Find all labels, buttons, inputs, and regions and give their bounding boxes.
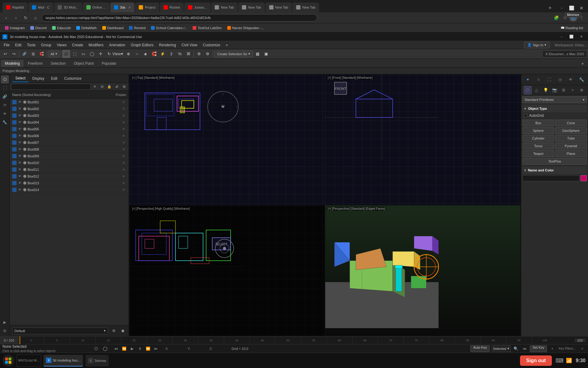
go-start-button[interactable]: ⏮ <box>113 345 119 352</box>
object-item-box014[interactable]: 👁Box014❄ <box>10 186 129 193</box>
filter-dropdown[interactable]: All ▾ <box>48 51 59 57</box>
filter-btn[interactable]: ⊟ <box>99 83 105 90</box>
create-panel-btn[interactable]: ⬡ <box>1 75 9 83</box>
bookmark-8[interactable]: Naruto Shippuden -... <box>225 25 267 31</box>
play-btn[interactable]: ▶ <box>1 318 9 326</box>
scene-tab-edit[interactable]: Edit <box>48 75 61 82</box>
bookmark-6[interactable]: School Calendars /... <box>149 25 190 31</box>
menu-modifiers[interactable]: Modifiers <box>86 42 106 48</box>
tab-newtab3[interactable]: New Tab <box>266 2 292 12</box>
snap-toggle[interactable]: 🧲 <box>150 50 158 58</box>
status-icon-1[interactable]: ⬡ <box>92 345 100 353</box>
spinner-snap[interactable]: ⌘ <box>184 50 192 58</box>
scale-tool[interactable]: ⊕ <box>124 50 132 58</box>
select-region-tool[interactable]: ⬚ <box>71 50 79 58</box>
scene-explorer-btn[interactable]: ▣ <box>262 50 270 58</box>
object-item-box008[interactable]: 👁Box008❄ <box>10 146 129 153</box>
obj-vis-2[interactable]: 👁 <box>18 113 22 118</box>
align-tool[interactable]: ◈ <box>141 50 149 58</box>
obj-vis-3[interactable]: 👁 <box>18 120 22 125</box>
hierarchy-icon[interactable]: ⛶ <box>545 75 554 84</box>
obj-type-btn-box[interactable]: Box <box>522 120 554 126</box>
viewport-persp-right[interactable]: [+] [Perspective] [Standard] [Edged Face… <box>325 205 521 336</box>
obj-type-btn-tube[interactable]: Tube <box>555 135 587 142</box>
object-list[interactable]: 👁Box001❄👁Box002❄👁Box003❄👁Box004❄👁Box005❄… <box>10 99 129 325</box>
obj-type-btn-cone[interactable]: Cone <box>555 120 587 126</box>
display-icon[interactable]: 👁 <box>567 75 575 84</box>
animation-timeline[interactable]: 0510152025303540455055606570758085909510… <box>18 336 557 344</box>
sign-out-button[interactable]: Sign out <box>520 355 552 366</box>
create-selection-button[interactable]: Create Selection Se ▾ <box>214 51 253 57</box>
object-item-box012[interactable]: 👁Box012❄ <box>10 173 129 180</box>
mode-tab-object-paint[interactable]: Object Paint <box>70 60 97 67</box>
bookmark-0[interactable]: Instagram <box>2 25 27 31</box>
back-button[interactable]: ‹ <box>2 14 10 21</box>
more-key-btn[interactable]: ⌗ <box>579 345 586 352</box>
name-color-section[interactable]: ▼ Name and Color <box>522 167 587 174</box>
motion-panel-btn[interactable]: ⟳ <box>1 101 9 109</box>
primitive-type-dropdown[interactable]: Standard Primitives ▾ <box>522 96 587 103</box>
hierarchy-panel-btn[interactable]: 🔗 <box>1 93 9 101</box>
obj-type-btn-pyramid[interactable]: Pyramid <box>555 143 587 149</box>
key-filters-btn[interactable]: Key Filters... <box>557 345 577 352</box>
scene-tab-customize[interactable]: Customize <box>61 75 85 82</box>
helpers-icon[interactable]: ⊞ <box>560 86 567 94</box>
object-item-box004[interactable]: 👁Box004❄ <box>10 119 129 126</box>
lock-btn[interactable]: 🔒 <box>106 83 113 90</box>
name-input[interactable] <box>522 175 579 181</box>
status-icon-2[interactable]: ◯ <box>101 345 109 353</box>
layer-settings-btn[interactable]: ⊞ <box>110 328 117 334</box>
obj-vis-6[interactable]: 👁 <box>18 140 22 145</box>
tab-close-3ds[interactable]: ✕ <box>128 6 131 9</box>
menu-views[interactable]: Views <box>54 42 69 48</box>
layer-selector[interactable]: Default ▾ <box>12 328 108 334</box>
obj-type-btn-geosphere[interactable]: GeoSphere <box>555 127 587 134</box>
tab-rocket[interactable]: Rocket <box>160 2 184 12</box>
search-keys-btn[interactable]: 🔍 <box>513 345 519 352</box>
obj-vis-10[interactable]: 👁 <box>18 167 22 172</box>
minimize-button[interactable]: − Minimize <box>557 4 566 12</box>
menu-customize[interactable]: Customize <box>201 42 223 48</box>
utilities-icon[interactable]: 🔧 <box>577 75 586 84</box>
motion-icon[interactable]: ◷ <box>556 75 564 84</box>
mode-tab-populate[interactable]: Populate <box>98 60 120 67</box>
object-item-box001[interactable]: 👁Box001❄ <box>10 99 129 105</box>
sync-btn[interactable]: ⇄ <box>113 83 120 90</box>
bookmark-1[interactable]: Discord <box>28 25 49 31</box>
rotate-tool[interactable]: ↻ <box>105 50 113 58</box>
3dsmax-taskbar-item-2[interactable]: 3 3dsmax <box>85 355 109 366</box>
unlink-button[interactable]: ⛓ <box>29 50 37 58</box>
object-item-box011[interactable]: 👁Box011❄ <box>10 166 129 173</box>
select-tool[interactable]: ⬛ <box>62 50 70 58</box>
prev-key-btn[interactable]: ⏮ <box>521 345 528 352</box>
object-item-box007[interactable]: 👁Box007❄ <box>10 139 129 146</box>
url-input[interactable] <box>42 14 317 21</box>
scene-tab-select[interactable]: Select <box>12 75 28 82</box>
systems-icon[interactable]: ⊗ <box>578 86 586 94</box>
obj-vis-5[interactable]: 👁 <box>18 134 22 138</box>
spacewarps-icon[interactable]: ≈ <box>569 86 576 94</box>
maxscript-mini[interactable]: MAXScript Mi... <box>17 355 41 367</box>
menu-animation[interactable]: Animation <box>107 42 128 48</box>
gear-btn[interactable]: ⚙ <box>1 327 9 335</box>
app-close-button[interactable]: ✕ <box>577 34 586 40</box>
obj-vis-11[interactable]: 👁 <box>18 174 22 178</box>
tab-rapidid[interactable]: RapidId <box>2 2 28 12</box>
mirror-tool[interactable]: ↔ <box>133 50 141 58</box>
object-item-box010[interactable]: 👁Box010❄ <box>10 159 129 166</box>
menu-create[interactable]: Create <box>70 42 85 48</box>
object-item-box013[interactable]: 👁Box013❄ <box>10 180 129 186</box>
color-swatch[interactable] <box>581 175 587 181</box>
play-button[interactable]: ▶ <box>129 345 135 352</box>
obj-vis-1[interactable]: 👁 <box>18 107 22 111</box>
menu-edit[interactable]: Edit <box>13 42 24 48</box>
clear-search-btn[interactable]: ✕ <box>91 83 98 90</box>
app-minimize-button[interactable]: − <box>557 34 566 40</box>
selected-dropdown[interactable]: Selected ▾ <box>492 345 511 352</box>
stop-button[interactable]: ⏸ <box>137 345 143 352</box>
shapes-icon[interactable]: △ <box>533 86 541 94</box>
mode-tab-selection[interactable]: Selection <box>47 60 69 67</box>
obj-vis-9[interactable]: 👁 <box>18 161 22 165</box>
tab-project[interactable]: Project <box>135 2 159 12</box>
obj-type-btn-plane[interactable]: Plane <box>555 150 587 157</box>
